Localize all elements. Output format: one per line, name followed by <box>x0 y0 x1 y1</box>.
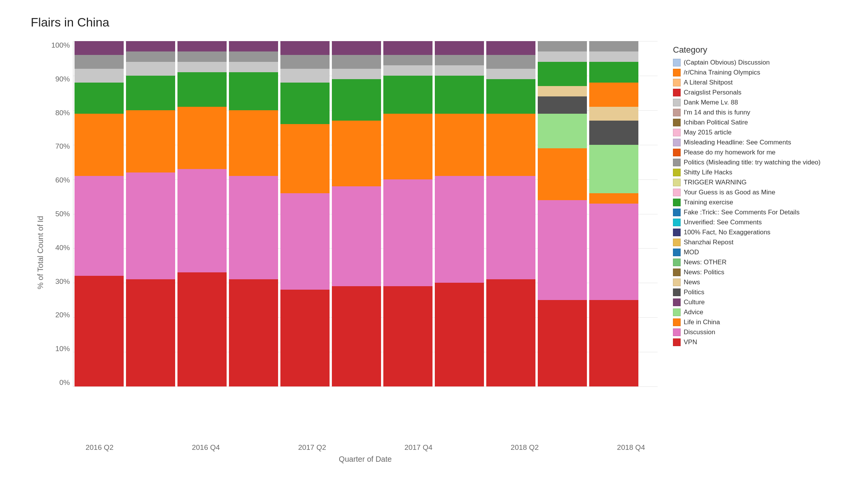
y-tick-10: 10% <box>55 345 70 353</box>
legend-item: News: Politics <box>673 269 842 276</box>
legend-color-swatch <box>673 328 681 336</box>
bar-segment <box>589 145 638 193</box>
bar-segment <box>126 41 175 51</box>
bar-column <box>486 41 535 386</box>
legend-label: News: Politics <box>684 269 724 276</box>
bar-segment <box>383 114 432 179</box>
legend-item: 100% Fact, No Exaggerations <box>673 229 842 236</box>
bar-segment <box>332 69 381 79</box>
bar-segment <box>435 114 484 176</box>
legend-label: A Literal Shitpost <box>684 79 733 86</box>
x-tick-label: 2016 Q4 <box>180 443 232 452</box>
y-tick-40: 40% <box>55 244 70 252</box>
legend-color-swatch <box>673 139 681 146</box>
bar-segment <box>280 41 330 55</box>
legend-label: TRIGGER WARNING <box>684 179 747 186</box>
bar-segment <box>126 172 175 280</box>
legend-label: Politics (Misleading title: try watching… <box>684 159 820 166</box>
bar-segment <box>589 193 638 204</box>
legend-item: MOD <box>673 249 842 256</box>
bar-column <box>75 41 124 386</box>
x-tick-label: 2017 Q2 <box>287 443 338 452</box>
legend-item: Dank Meme Lv. 88 <box>673 99 842 106</box>
bar-segment <box>75 114 124 176</box>
legend-label: Advice <box>684 308 703 316</box>
bar-segment <box>383 179 432 287</box>
legend-color-swatch <box>673 119 681 126</box>
bar-segment <box>332 121 381 186</box>
bar-segment <box>229 279 278 386</box>
bar-segment <box>383 286 432 386</box>
bar-segment <box>229 41 278 51</box>
bar-segment <box>177 62 227 72</box>
bar-column <box>280 41 330 386</box>
bar-segment <box>589 62 638 83</box>
legend-color-swatch <box>673 189 681 196</box>
legend-label: MOD <box>684 249 699 256</box>
legend-label: I'm 14 and this is funny <box>684 109 750 116</box>
bar-segment <box>589 107 638 121</box>
legend-color-swatch <box>673 288 681 296</box>
legend-color-swatch <box>673 209 681 216</box>
legend-item: TRIGGER WARNING <box>673 179 842 186</box>
bar-segment <box>280 55 330 69</box>
bar-segment <box>75 55 124 69</box>
legend-item: Training exercise <box>673 199 842 206</box>
bar-segment <box>538 300 587 386</box>
bar-segment <box>589 300 638 386</box>
bar-segment <box>538 96 587 114</box>
legend-item: Shitty Life Hacks <box>673 169 842 176</box>
x-tick-label <box>233 443 285 452</box>
legend-label: Please do my homework for me <box>684 149 776 156</box>
bar-segment <box>280 69 330 83</box>
bar-segment <box>589 41 638 51</box>
bar-segment <box>177 272 227 386</box>
bar-segment <box>177 51 227 62</box>
bar-segment <box>435 41 484 55</box>
bar-segment <box>589 204 638 300</box>
legend-color-swatch <box>673 69 681 76</box>
bar-segment <box>486 55 535 69</box>
bar-segment <box>229 62 278 72</box>
bar-segment <box>486 41 535 55</box>
x-tick-label <box>127 443 179 452</box>
x-tick-label: 2017 Q4 <box>393 443 444 452</box>
bar-column <box>177 41 227 386</box>
bar-segment <box>332 286 381 386</box>
legend-item: Politics <box>673 288 842 296</box>
bar-segment <box>486 176 535 280</box>
legend-label: Discussion <box>684 328 715 336</box>
legend-title: Category <box>673 45 842 55</box>
legend-item: Unverified: See Comments <box>673 219 842 226</box>
bar-column <box>383 41 432 386</box>
legend-color-swatch <box>673 199 681 206</box>
bar-segment <box>589 51 638 62</box>
bar-segment <box>538 41 587 51</box>
legend-label: News <box>684 279 700 286</box>
legend-color-swatch <box>673 219 681 226</box>
bar-segment <box>126 62 175 76</box>
legend-label: Shanzhai Repost <box>684 239 733 246</box>
x-tick-label: 2018 Q2 <box>499 443 550 452</box>
y-tick-50: 50% <box>55 210 70 218</box>
bar-segment <box>126 110 175 172</box>
chart-container: Flairs in China % of Total Count of Id 1… <box>0 0 865 504</box>
bar-segment <box>332 79 381 121</box>
bar-segment <box>229 176 278 280</box>
bar-segment <box>589 83 638 107</box>
bar-segment <box>177 169 227 273</box>
legend-label: Culture <box>684 298 705 306</box>
y-axis-label: % of Total Count of Id <box>36 216 45 289</box>
bar-column <box>435 41 484 386</box>
bar-segment <box>383 65 432 76</box>
legend-label: Training exercise <box>684 199 733 206</box>
legend-label: Craigslist Personals <box>684 89 741 96</box>
x-tick-label <box>552 443 603 452</box>
bar-segment <box>486 79 535 114</box>
legend-label: May 2015 article <box>684 129 732 136</box>
bar-segment <box>538 200 587 300</box>
legend-color-swatch <box>673 338 681 346</box>
legend-color-swatch <box>673 308 681 316</box>
x-tick-label: 2016 Q2 <box>74 443 125 452</box>
legend-item: May 2015 article <box>673 129 842 136</box>
